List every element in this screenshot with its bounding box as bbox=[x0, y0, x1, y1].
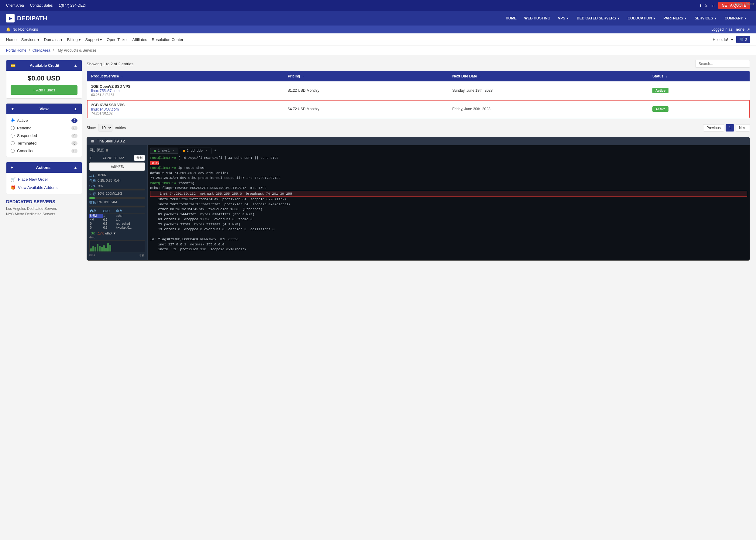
mem-progress-bar bbox=[89, 197, 145, 199]
col-pricing-sort: ↕ bbox=[302, 75, 304, 78]
nav-dedicated-servers[interactable]: DEDICATED SERVERS ▼ bbox=[574, 14, 623, 22]
col-due-date[interactable]: Next Due Date ↕ bbox=[448, 71, 648, 82]
load-row: 负载 0.25, 0.78, 0.44 bbox=[89, 179, 145, 183]
expand-icon[interactable]: ↗ bbox=[747, 27, 750, 32]
entries-select[interactable]: 10 25 50 bbox=[98, 124, 112, 131]
proc4-name: kworker/0:... bbox=[115, 226, 145, 230]
hello-dropdown[interactable]: ▾ bbox=[731, 37, 733, 42]
nav-vps[interactable]: VPS ▼ bbox=[555, 14, 572, 22]
proc-cpu-header: CPU bbox=[103, 208, 115, 214]
place-new-order-link[interactable]: 🛒 Place New Order bbox=[11, 175, 77, 184]
breadcrumb-portal[interactable]: Portal Home bbox=[6, 48, 26, 53]
col-product[interactable]: Product/Service ↕ bbox=[87, 71, 283, 82]
sec-nav-resolution[interactable]: Resolution Center bbox=[152, 37, 183, 42]
breadcrumb-sep2: / bbox=[53, 48, 55, 53]
filter-pending-radio[interactable] bbox=[11, 126, 15, 130]
top-bar: Client Area Contact Sales 1(877) 234-DED… bbox=[0, 0, 756, 11]
chart-bar bbox=[99, 246, 100, 251]
filter-pending[interactable]: Pending 0 bbox=[11, 124, 77, 132]
search-input[interactable] bbox=[695, 60, 750, 68]
filter-active[interactable]: Active 2 bbox=[11, 117, 77, 124]
actions-header[interactable]: + Actions ▲ bbox=[6, 162, 82, 173]
nav-colocation[interactable]: COLOCATION ▼ bbox=[625, 14, 659, 22]
row2-name: 2GB KVM SSD VPS bbox=[91, 103, 279, 107]
view-addons-link[interactable]: 🎁 View Available Addons bbox=[11, 184, 77, 192]
cart-button[interactable]: 🛒 0 bbox=[736, 36, 750, 43]
nav-company[interactable]: COMPANY ▼ bbox=[722, 14, 750, 22]
row1-link[interactable]: linux.755c87.com bbox=[91, 89, 279, 93]
col-status[interactable]: Status ↕ bbox=[648, 71, 750, 82]
view-filter-header[interactable]: ▼ View ▲ bbox=[6, 103, 82, 114]
prev-page-button[interactable]: Previous bbox=[703, 124, 724, 131]
linkedin-icon[interactable]: in bbox=[711, 3, 714, 8]
add-funds-button[interactable]: + Add Funds bbox=[11, 85, 77, 95]
nav-web-hosting[interactable]: WEB HOSTING bbox=[521, 14, 553, 22]
row1-ip: 63.251.217.137 bbox=[91, 93, 279, 96]
notif-left: 🔔 No Notifications bbox=[6, 27, 38, 32]
contact-sales-link[interactable]: Contact Sales bbox=[30, 3, 53, 8]
la-dedicated-link[interactable]: Los Angeles Dedicated Servers bbox=[6, 206, 82, 211]
available-credit-section: 💳 Available Credit ▲ $0.00 USD + Add Fun… bbox=[6, 60, 82, 99]
copy-button[interactable]: 复制 bbox=[134, 155, 145, 161]
prompt: root@linux:~# bbox=[150, 166, 176, 170]
filter-terminated[interactable]: Terminated 0 bbox=[11, 139, 77, 147]
notif-right: Logged in as: none ↗ bbox=[711, 27, 750, 32]
sec-nav-support[interactable]: Support ▾ bbox=[85, 37, 102, 42]
filter-active-radio[interactable] bbox=[11, 118, 15, 122]
chart-bar bbox=[107, 243, 109, 251]
main-content: 💳 Available Credit ▲ $0.00 USD + Add Fun… bbox=[0, 55, 756, 265]
ded-title: DEDICATED SERVERS bbox=[6, 199, 82, 204]
nav-services[interactable]: SERVICES ▼ bbox=[691, 14, 720, 22]
sec-nav-domains[interactable]: Domains ▾ bbox=[44, 37, 63, 42]
sec-nav-affiliates[interactable]: Affiliates bbox=[132, 37, 147, 42]
page-1-button[interactable]: 1 bbox=[726, 124, 734, 131]
part-dropdown-arrow: ▼ bbox=[684, 17, 687, 20]
sync-status: 同步状态 bbox=[89, 148, 145, 153]
client-area-link[interactable]: Client Area bbox=[6, 3, 24, 8]
row2-link[interactable]: linux.e40f07.com bbox=[91, 107, 279, 111]
tab-aws1[interactable]: 1 aws1 × bbox=[150, 148, 178, 154]
tab-ddp-close[interactable]: × bbox=[206, 149, 208, 153]
terminal-window: 🖥 FinalShell 3.9.8.2 同步状态 IP 74.201.30.1… bbox=[86, 137, 750, 261]
sec-nav-home[interactable]: Home bbox=[6, 37, 17, 42]
terminal-line: eth0: flags=4163<UP,BROADCAST,RUNNING,MU… bbox=[150, 186, 747, 191]
mem-label: 内存 bbox=[89, 192, 96, 196]
filter-suspended-radio[interactable] bbox=[11, 134, 15, 138]
cpu-label: CPU bbox=[89, 184, 96, 188]
twitter-icon[interactable]: 𝕏 bbox=[705, 3, 708, 8]
sec-nav-open-ticket[interactable]: Open Ticket bbox=[107, 37, 128, 42]
table-row[interactable]: 1GB OpenVZ SSD VPS linux.755c87.com 63.2… bbox=[87, 81, 750, 100]
sec-nav-services[interactable]: Services ▾ bbox=[21, 37, 40, 42]
proc2-name: top bbox=[115, 218, 145, 222]
services-dropdown-arrow: ▾ bbox=[37, 37, 40, 42]
tab-aws1-dot bbox=[154, 150, 156, 152]
nav-home[interactable]: HOME bbox=[503, 14, 520, 22]
filter-terminated-radio[interactable] bbox=[11, 141, 15, 145]
terminal-line bbox=[150, 232, 747, 237]
filter-cancelled[interactable]: Cancelled 0 bbox=[11, 147, 77, 155]
terminal-line: root@linux:~# [ -d /sys/firmware/efi ] &… bbox=[150, 156, 747, 161]
cpu-progress-fill bbox=[89, 189, 94, 191]
row1-period: Monthly bbox=[307, 88, 319, 93]
proc4-cpu: 0.3 bbox=[103, 226, 115, 230]
filter-cancelled-radio[interactable] bbox=[11, 149, 15, 153]
facebook-icon[interactable]: f bbox=[700, 3, 701, 8]
net-dropdown[interactable]: ▼ bbox=[113, 231, 116, 235]
table-row[interactable]: 2GB KVM SSD VPS linux.e40f07.com 74.201.… bbox=[87, 100, 750, 118]
view-toggle-icon: ▲ bbox=[74, 107, 77, 111]
filter-suspended[interactable]: Suspended 0 bbox=[11, 132, 77, 139]
available-credit-header[interactable]: 💳 Available Credit ▲ bbox=[6, 60, 82, 71]
breadcrumb-client-area[interactable]: Client Area bbox=[33, 48, 51, 53]
proc3-cpu: 0.3 bbox=[103, 222, 115, 226]
sys-info-button[interactable]: 系统信息 bbox=[89, 163, 145, 171]
sec-nav-billing[interactable]: Billing ▾ bbox=[67, 37, 81, 42]
tab-dd-ddp[interactable]: 2 dd-ddp × bbox=[179, 148, 211, 154]
tab-aws1-close[interactable]: × bbox=[173, 149, 175, 153]
logged-in-user: none bbox=[736, 27, 744, 32]
add-tab-button[interactable]: + bbox=[212, 148, 219, 153]
next-page-button[interactable]: Next bbox=[736, 124, 750, 131]
col-pricing[interactable]: Pricing ↕ bbox=[283, 71, 448, 82]
nav-partners[interactable]: PARTNERS ▼ bbox=[660, 14, 690, 22]
filter-suspended-label: Suspended bbox=[17, 133, 37, 138]
nyc-dedicated-link[interactable]: NYC Metro Dedicated Servers bbox=[6, 212, 82, 216]
